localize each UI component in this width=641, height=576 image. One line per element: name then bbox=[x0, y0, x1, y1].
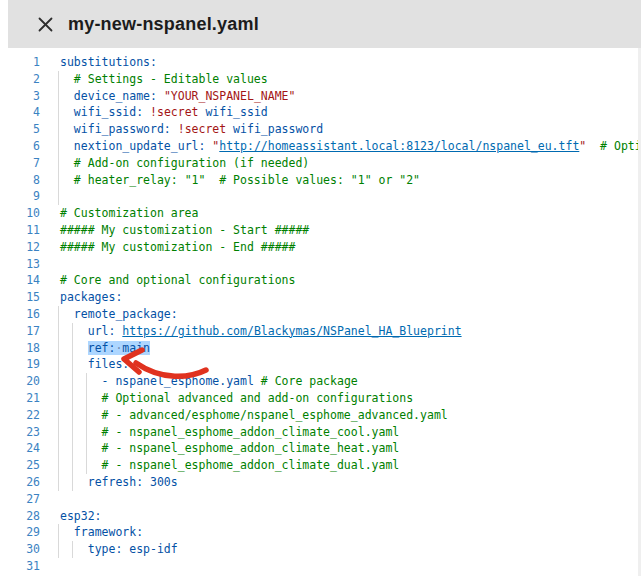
line-number[interactable]: 12 bbox=[0, 239, 40, 256]
code-line[interactable]: 16 remote_package: bbox=[0, 306, 641, 323]
editor-window: my-new-nspanel.yaml 1substitutions:2 # S… bbox=[0, 0, 641, 576]
line-number[interactable]: 1 bbox=[0, 54, 40, 71]
code-line[interactable]: 3 device_name: "YOUR_NSPANEL_NAME" bbox=[0, 88, 641, 105]
code-text: ref:·main bbox=[40, 340, 641, 357]
code-token bbox=[60, 139, 74, 153]
line-number[interactable]: 15 bbox=[0, 289, 40, 306]
code-line[interactable]: 17 url: https://github.com/Blackymas/NSP… bbox=[0, 323, 641, 340]
line-number[interactable]: 4 bbox=[0, 104, 40, 121]
code-line[interactable]: 9 bbox=[0, 188, 641, 205]
code-line[interactable]: 28esp32: bbox=[0, 508, 641, 525]
code-line[interactable]: 1substitutions: bbox=[0, 54, 641, 71]
indent-guide bbox=[58, 88, 59, 105]
line-number[interactable]: 13 bbox=[0, 256, 40, 273]
code-line[interactable]: 25 # - nspanel_esphome_addon_climate_dua… bbox=[0, 457, 641, 474]
line-number[interactable]: 9 bbox=[0, 188, 40, 205]
code-token: nextion_update_url: bbox=[74, 139, 212, 153]
indent-guide bbox=[58, 323, 59, 340]
line-number[interactable]: 10 bbox=[0, 205, 40, 222]
code-editor[interactable]: 1substitutions:2 # Settings - Editable v… bbox=[0, 48, 641, 576]
code-line[interactable]: 2 # Settings - Editable values bbox=[0, 71, 641, 88]
code-token: esp32: bbox=[60, 509, 102, 523]
code-line[interactable]: 20 - nspanel_esphome.yaml # Core package bbox=[0, 373, 641, 390]
line-number[interactable]: 31 bbox=[0, 558, 40, 575]
code-line[interactable]: 13 bbox=[0, 256, 641, 273]
line-number[interactable]: 29 bbox=[0, 524, 40, 541]
line-number[interactable]: 6 bbox=[0, 138, 40, 155]
code-line[interactable]: 18 ref:·main bbox=[0, 340, 641, 357]
code-line[interactable]: 10# Customization area bbox=[0, 205, 641, 222]
line-number[interactable]: 27 bbox=[0, 491, 40, 508]
line-number[interactable]: 24 bbox=[0, 440, 40, 457]
line-number[interactable]: 20 bbox=[0, 373, 40, 390]
code-line[interactable]: 24 # - nspanel_esphome_addon_climate_hea… bbox=[0, 440, 641, 457]
code-line[interactable]: 14# Core and optional configurations bbox=[0, 272, 641, 289]
code-line[interactable]: 21 # Optional advanced and add-on config… bbox=[0, 390, 641, 407]
line-number[interactable]: 2 bbox=[0, 71, 40, 88]
code-token bbox=[60, 72, 74, 86]
code-text: ##### My customization - End ##### bbox=[40, 239, 641, 256]
code-line[interactable]: 26 refresh: 300s bbox=[0, 474, 641, 491]
indent-guide bbox=[58, 373, 59, 390]
code-token bbox=[60, 324, 88, 338]
code-text: ##### My customization - Start ##### bbox=[40, 222, 641, 239]
code-line[interactable]: 22 # - advanced/esphome/nspanel_esphome_… bbox=[0, 407, 641, 424]
code-line[interactable]: 4 wifi_ssid: !secret wifi_ssid bbox=[0, 104, 641, 121]
selected-token: ref: bbox=[88, 341, 116, 355]
code-token: wifi_password: bbox=[74, 122, 178, 136]
code-text: substitutions: bbox=[40, 54, 641, 71]
code-token: remote_package: bbox=[74, 307, 178, 321]
code-line[interactable]: 7 # Add-on configuration (if needed) bbox=[0, 155, 641, 172]
line-number[interactable]: 11 bbox=[0, 222, 40, 239]
code-line[interactable]: 6 nextion_update_url: "http://homeassist… bbox=[0, 138, 641, 155]
line-number[interactable]: 26 bbox=[0, 474, 40, 491]
line-number[interactable]: 5 bbox=[0, 121, 40, 138]
code-text: # Settings - Editable values bbox=[40, 71, 641, 88]
selected-token: main bbox=[122, 341, 150, 355]
indent-guide bbox=[72, 390, 73, 407]
indent-guide bbox=[72, 424, 73, 441]
code-token bbox=[60, 173, 74, 187]
close-icon-glyph bbox=[38, 17, 53, 32]
line-number[interactable]: 17 bbox=[0, 323, 40, 340]
code-text: remote_package: bbox=[40, 306, 641, 323]
line-number[interactable]: 16 bbox=[0, 306, 40, 323]
code-text: # - advanced/esphome/nspanel_esphome_adv… bbox=[40, 407, 641, 424]
indent-guide bbox=[86, 390, 87, 407]
code-line[interactable]: 12##### My customization - End ##### bbox=[0, 239, 641, 256]
code-text: # - nspanel_esphome_addon_climate_heat.y… bbox=[40, 440, 641, 457]
line-number[interactable]: 18 bbox=[0, 340, 40, 357]
code-line[interactable]: 27 bbox=[0, 491, 641, 508]
code-line[interactable]: 19 files: bbox=[0, 356, 641, 373]
indent-guide bbox=[58, 121, 59, 138]
indent-guide bbox=[72, 373, 73, 390]
line-number[interactable]: 21 bbox=[0, 390, 40, 407]
close-icon[interactable] bbox=[36, 15, 54, 33]
line-number[interactable]: 3 bbox=[0, 88, 40, 105]
code-token: !secret bbox=[178, 122, 226, 136]
code-line[interactable]: 29 framework: bbox=[0, 524, 641, 541]
code-line[interactable]: 5 wifi_password: !secret wifi_password bbox=[0, 121, 641, 138]
line-number[interactable]: 30 bbox=[0, 541, 40, 558]
line-number[interactable]: 23 bbox=[0, 424, 40, 441]
code-line[interactable]: 23 # - nspanel_esphome_addon_climate_coo… bbox=[0, 424, 641, 441]
indent-guide bbox=[58, 340, 59, 357]
line-number[interactable]: 19 bbox=[0, 356, 40, 373]
indent-guide bbox=[86, 424, 87, 441]
indent-guide bbox=[58, 306, 59, 323]
line-number[interactable]: 28 bbox=[0, 508, 40, 525]
code-token: device_name: bbox=[74, 89, 164, 103]
line-number[interactable]: 22 bbox=[0, 407, 40, 424]
indent-guide bbox=[58, 440, 59, 457]
file-title: my-new-nspanel.yaml bbox=[68, 14, 259, 35]
code-line[interactable]: 15packages: bbox=[0, 289, 641, 306]
code-line[interactable]: 11##### My customization - Start ##### bbox=[0, 222, 641, 239]
code-text: # Add-on configuration (if needed) bbox=[40, 155, 641, 172]
line-number[interactable]: 14 bbox=[0, 272, 40, 289]
code-line[interactable]: 30 type: esp-idf bbox=[0, 541, 641, 558]
code-line[interactable]: 8 # heater_relay: "1" # Possible values:… bbox=[0, 172, 641, 189]
line-number[interactable]: 7 bbox=[0, 155, 40, 172]
code-line[interactable]: 31 bbox=[0, 558, 641, 575]
line-number[interactable]: 25 bbox=[0, 457, 40, 474]
line-number[interactable]: 8 bbox=[0, 172, 40, 189]
